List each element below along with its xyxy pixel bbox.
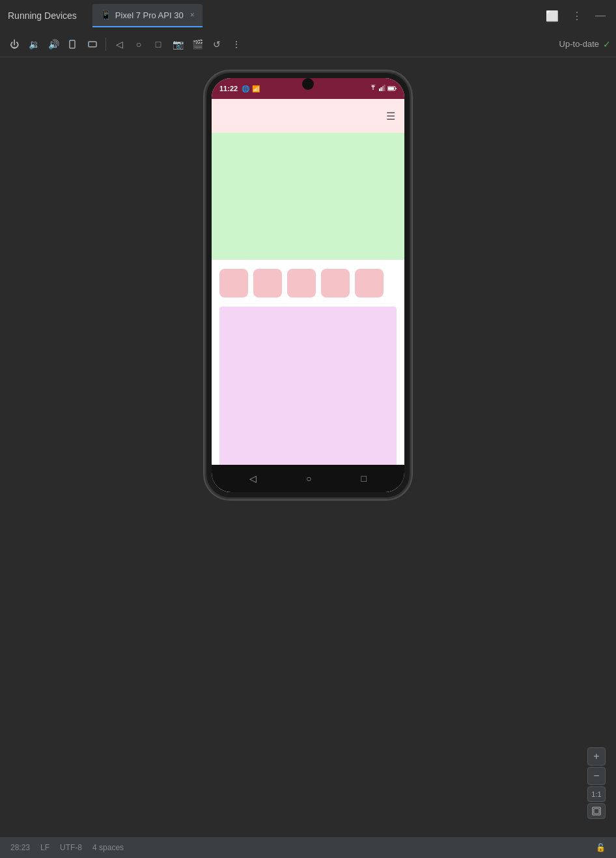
power-button[interactable]: ⏻	[5, 35, 23, 53]
zoom-fit-button[interactable]	[587, 803, 606, 819]
zoom-out-button[interactable]: −	[587, 767, 606, 785]
back-button[interactable]: ◁	[110, 35, 128, 53]
tab-device-icon: 📱	[100, 10, 111, 20]
cursor-position: 28:23	[10, 843, 30, 852]
svg-rect-4	[379, 89, 380, 91]
phone-emulator-frame: 11:22 🌐 📶	[204, 70, 412, 500]
hamburger-icon[interactable]: ☰	[386, 110, 395, 122]
svg-rect-2	[89, 42, 96, 47]
toolbar-status: Up-to-date ✓	[559, 39, 611, 49]
phone-home-button[interactable]: ○	[306, 473, 311, 484]
up-to-date-label: Up-to-date	[559, 39, 599, 49]
app-header: ☰	[212, 99, 404, 133]
location-button[interactable]: ↺	[208, 35, 226, 53]
main-content: 11:22 🌐 📶	[0, 57, 616, 837]
volume-up-button[interactable]: 🔊	[44, 35, 63, 53]
camera-notch	[302, 78, 314, 90]
phone-overview-button[interactable]: □	[361, 473, 367, 484]
wifi-icon	[369, 85, 377, 92]
green-content-block	[212, 133, 404, 260]
title-bar-right: ⬜ ⋮ —	[543, 7, 608, 25]
svg-rect-5	[381, 87, 382, 91]
svg-rect-9	[396, 88, 397, 89]
rotate-portrait-button[interactable]	[64, 35, 82, 53]
encoding: UTF-8	[60, 843, 82, 852]
lock-icon: 🔓	[596, 843, 606, 852]
screen-record-button[interactable]: 🎬	[188, 35, 206, 53]
home-button[interactable]: ○	[130, 35, 148, 53]
up-to-date-icon: ✓	[603, 39, 611, 49]
toolbar-more-button[interactable]: ⋮	[227, 35, 245, 53]
phone-nav-bar: ◁ ○ □	[212, 465, 404, 492]
title-bar: Running Devices 📱 Pixel 7 Pro API 30 × ⬜…	[0, 0, 616, 31]
pink-square-5	[355, 269, 384, 298]
svg-rect-6	[382, 86, 384, 91]
status-icons-left: 🌐 📶	[242, 85, 260, 92]
pink-square-3	[287, 269, 316, 298]
svg-rect-10	[388, 87, 394, 90]
pink-square-2	[253, 269, 282, 298]
phone-screen[interactable]: 11:22 🌐 📶	[212, 78, 404, 492]
indent-setting: 4 spaces	[92, 843, 124, 852]
title-bar-left: Running Devices 📱 Pixel 7 Pro API 30 ×	[8, 4, 203, 27]
tab-close-button[interactable]: ×	[190, 10, 195, 20]
globe-icon: 🌐	[242, 85, 249, 92]
tab-label: Pixel 7 Pro API 30	[115, 10, 184, 20]
phone-back-button[interactable]: ◁	[249, 473, 257, 484]
minimize-icon[interactable]: —	[593, 7, 608, 24]
svg-rect-7	[384, 85, 385, 91]
battery-icon	[387, 85, 397, 92]
status-time: 11:22	[219, 85, 238, 92]
window-icon[interactable]: ⬜	[543, 7, 561, 25]
zoom-ratio-label: 1:1	[587, 786, 606, 802]
sim-icon: 📶	[252, 85, 260, 92]
zoom-in-button[interactable]: +	[587, 747, 606, 766]
pink-square-1	[219, 269, 248, 298]
zoom-controls: + − 1:1	[587, 747, 606, 819]
device-tab[interactable]: 📱 Pixel 7 Pro API 30 ×	[92, 4, 203, 27]
toolbar-separator	[105, 38, 106, 51]
pink-square-4	[321, 269, 350, 298]
screenshot-button[interactable]: 📷	[169, 35, 187, 53]
volume-down-button[interactable]: 🔉	[25, 35, 43, 53]
app-title: Running Devices	[8, 10, 87, 21]
svg-rect-12	[594, 809, 599, 814]
pink-squares-row	[212, 260, 404, 307]
more-options-icon[interactable]: ⋮	[569, 7, 585, 25]
overview-button[interactable]: □	[149, 35, 167, 53]
signal-icon	[379, 85, 385, 92]
bottom-right-controls: 🔓	[596, 843, 606, 852]
rotate-landscape-button[interactable]	[83, 35, 102, 53]
svg-rect-0	[70, 40, 75, 48]
emulator-toolbar: ⏻ 🔉 🔊 ◁ ○ □ 📷 🎬 ↺ ⋮ Up-to-date ✓	[0, 31, 616, 57]
status-icons-right	[369, 85, 397, 92]
line-ending: LF	[40, 843, 49, 852]
bottom-status-bar: 28:23 LF UTF-8 4 spaces 🔓	[0, 837, 616, 858]
